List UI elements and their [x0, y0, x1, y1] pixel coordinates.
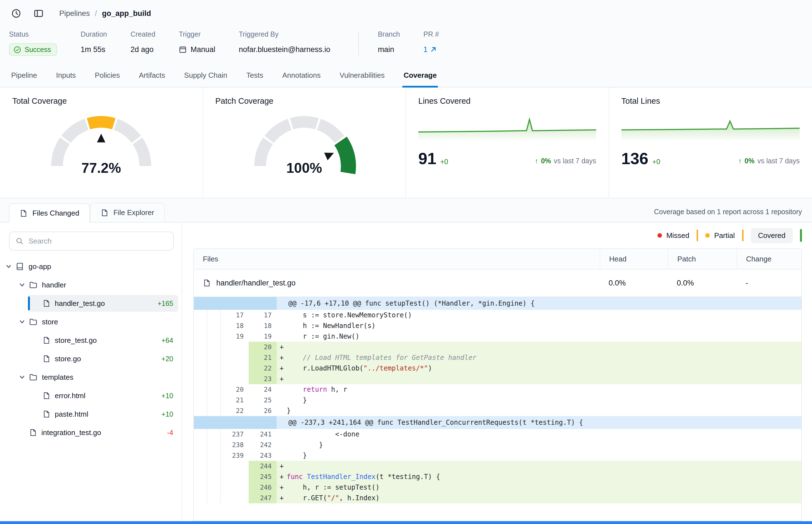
diff-line: 247+ r.GET("/", h.Index)	[194, 493, 801, 503]
search-input[interactable]	[29, 237, 167, 246]
nav-tabs: PipelineInputsPoliciesArtifactsSupply Ch…	[0, 64, 812, 87]
change-count: +20	[162, 355, 173, 363]
file-head-coverage: 0.0%	[599, 279, 668, 288]
chevron-down-icon[interactable]	[5, 263, 12, 269]
breadcrumb-separator: /	[95, 9, 97, 18]
file-change: -	[737, 279, 801, 288]
tab-vulnerabilities[interactable]: Vulnerabilities	[339, 64, 386, 87]
coverage-note: Coverage based on 1 report across 1 repo…	[654, 208, 802, 222]
pr-label: PR #	[423, 30, 439, 38]
created-value: 2d ago	[131, 43, 155, 56]
tab-policies[interactable]: Policies	[94, 64, 121, 87]
column-head: Head	[599, 249, 668, 269]
tree-item-label: handler_test.go	[55, 299, 105, 308]
legend-missed[interactable]: Missed	[658, 231, 689, 240]
chevron-down-icon[interactable]	[19, 374, 25, 380]
tab-coverage[interactable]: Coverage	[402, 64, 438, 87]
legend-divider	[742, 230, 744, 241]
chevron-down-icon[interactable]	[19, 319, 25, 325]
column-patch: Patch	[668, 249, 737, 269]
patch-coverage-value: 100%	[246, 160, 363, 176]
hunk-header: @@ -17,6 +17,10 @@ func setupTest() (*Ha…	[194, 297, 801, 310]
partial-dot-icon	[705, 233, 710, 238]
tab-pipeline[interactable]: Pipeline	[10, 64, 38, 87]
folder-icon	[29, 281, 37, 289]
diff-line: 237241 <-done	[194, 429, 801, 440]
total-lines-card: Total Lines 136 +0 ↑ 0% vs last 7 days	[609, 87, 812, 198]
status-badge: Success	[9, 43, 57, 56]
duration-value: 1m 55s	[81, 43, 107, 56]
horizontal-scrollbar[interactable]	[0, 521, 812, 524]
patch-coverage-card: Patch Coverage 100%	[203, 87, 406, 198]
tree-item-error.html[interactable]: error.html+10	[0, 387, 182, 405]
tab-supply-chain[interactable]: Supply Chain	[183, 64, 229, 87]
file-icon	[43, 392, 50, 399]
file-name: handler/handler_test.go	[216, 279, 295, 288]
check-circle-icon	[13, 46, 21, 54]
lines-covered-card: Lines Covered 91 +0 ↑ 0% vs last 7 days	[406, 87, 609, 198]
tab-artifacts[interactable]: Artifacts	[138, 64, 166, 87]
breadcrumb-pipelines[interactable]: Pipelines	[59, 9, 90, 18]
diff-line: 239243 }	[194, 450, 801, 461]
diff-line: 246+ h, r := setupTest()	[194, 482, 801, 493]
file-row[interactable]: handler/handler_test.go 0.0% 0.0% -	[194, 269, 801, 297]
diff-line: 2125 }	[194, 395, 801, 406]
tab-files-changed[interactable]: Files Changed	[9, 203, 90, 223]
tab-annotations[interactable]: Annotations	[281, 64, 322, 87]
tab-tests[interactable]: Tests	[245, 64, 265, 87]
column-change: Change	[737, 249, 801, 269]
tab-file-explorer[interactable]: File Explorer	[90, 203, 165, 222]
breadcrumb: Pipelines / go_app_build	[59, 9, 151, 18]
file-tree: go-apphandlerhandler_test.go+165storesto…	[0, 257, 182, 521]
run-info: Status Success Duration 1m 55s Created 2…	[0, 27, 812, 64]
topbar: Pipelines / go_app_build	[0, 0, 812, 27]
file-patch-coverage: 0.0%	[668, 279, 737, 288]
total-coverage-value: 77.2%	[43, 160, 160, 176]
tree-item-paste.html[interactable]: paste.html+10	[0, 405, 182, 423]
covered-bar-icon	[800, 229, 802, 242]
tree-item-handler_test.go[interactable]: handler_test.go+165	[0, 294, 182, 313]
total-coverage-card: Total Coverage 77.2%	[0, 87, 203, 198]
diff-line: 1717 s := store.NewMemoryStore()	[194, 310, 801, 321]
file-icon	[43, 299, 50, 307]
stat-cards: Total Coverage 77.2% Patch Coverage 100%…	[0, 87, 812, 198]
tree-item-label: store_test.go	[55, 336, 97, 345]
legend-partial[interactable]: Partial	[705, 231, 735, 240]
breadcrumb-current: go_app_build	[102, 9, 151, 18]
file-icon	[43, 337, 50, 344]
search-box	[9, 231, 174, 250]
branch-label: Branch	[378, 30, 400, 38]
diff-area: Missed Partial Covered Files Head Patch …	[182, 223, 812, 521]
tree-item-label: store	[42, 318, 58, 326]
file-icon	[101, 209, 108, 217]
column-files: Files	[194, 249, 599, 269]
tree-item-go-app[interactable]: go-app	[0, 257, 182, 276]
tree-item-handler[interactable]: handler	[0, 276, 182, 294]
tree-item-store[interactable]: store	[0, 313, 182, 331]
tree-item-store.go[interactable]: store.go+20	[0, 349, 182, 368]
file-tree-panel: go-apphandlerhandler_test.go+165storesto…	[0, 223, 182, 521]
legend-covered[interactable]: Covered	[751, 228, 793, 243]
diff-hunks: @@ -17,6 +17,10 @@ func setupTest() (*Ha…	[194, 297, 801, 521]
status-field: Status Success	[9, 30, 57, 56]
trigger-value: Manual	[179, 43, 216, 56]
trend-up-arrow-icon: ↑	[535, 157, 538, 165]
tree-item-label: store.go	[55, 355, 81, 363]
tree-item-label: paste.html	[55, 410, 88, 419]
sidebar-toggle-icon[interactable]	[31, 6, 46, 21]
legend-divider	[697, 230, 698, 241]
tree-item-templates[interactable]: templates	[0, 368, 182, 387]
tree-item-store_test.go[interactable]: store_test.go+64	[0, 331, 182, 349]
lines-covered-delta: +0	[440, 158, 449, 166]
file-icon	[43, 410, 50, 418]
history-icon[interactable]	[9, 6, 23, 21]
pr-link[interactable]: 1	[423, 45, 437, 54]
tab-inputs[interactable]: Inputs	[55, 64, 77, 87]
chevron-down-icon[interactable]	[19, 282, 25, 288]
tree-item-integration_test.go[interactable]: integration_test.go-4	[0, 423, 182, 442]
calendar-icon	[179, 46, 187, 53]
tree-item-label: templates	[42, 373, 73, 382]
trigger-label: Trigger	[179, 30, 216, 38]
diff-line: 2024 return h, r	[194, 384, 801, 395]
patch-coverage-title: Patch Coverage	[216, 97, 393, 106]
